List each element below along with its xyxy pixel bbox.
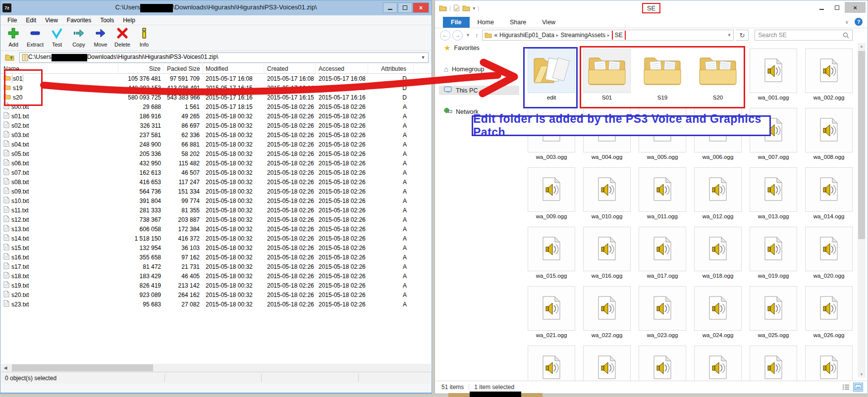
grid-item-audio-file[interactable]: wa_021.ogg <box>526 286 577 338</box>
grid-item-audio-file[interactable]: wa_010.ogg <box>581 167 633 219</box>
grid-item-audio-file[interactable] <box>692 346 744 382</box>
sidebar-item-homegroup[interactable]: ⌂Homegroup <box>439 64 519 74</box>
toolbar-add-button[interactable]: Add <box>2 27 24 48</box>
menu-item-file[interactable]: File <box>3 16 21 25</box>
grid-item-audio-file[interactable]: wa_008.ogg <box>803 108 855 160</box>
grid-item-audio-file[interactable]: wa_013.ogg <box>748 167 799 219</box>
grid-item-audio-file[interactable]: wa_012.ogg <box>692 167 744 219</box>
tab-share[interactable]: Share <box>502 17 534 28</box>
sidebar-item-network[interactable]: Network <box>439 107 519 116</box>
column-header-modified[interactable]: Modified <box>203 64 264 73</box>
scrollbar-thumb[interactable] <box>858 51 865 239</box>
grid-item-audio-file[interactable]: wa_002.ogg <box>803 49 855 100</box>
grid-item-audio-file[interactable]: wa_017.ogg <box>637 227 688 279</box>
menu-item-tools[interactable]: Tools <box>96 16 118 25</box>
menu-item-edit[interactable]: Edit <box>22 16 40 25</box>
minimize-button[interactable] <box>383 2 397 13</box>
toolbar-info-button[interactable]: Info <box>133 27 155 48</box>
table-row[interactable]: s11.txt281 33381 3552015-05-18 00:322015… <box>0 205 432 215</box>
table-row[interactable]: s13.txt606 058172 3842015-05-18 00:32201… <box>0 224 432 234</box>
table-row[interactable]: s15.txt132 95436 1032015-05-18 00:322015… <box>0 243 432 252</box>
grid-item-folder[interactable]: edit <box>526 49 577 100</box>
grid-item-audio-file[interactable]: wa_023.ogg <box>637 286 688 338</box>
table-row[interactable]: s12.txt738 367203 8872015-05-18 00:32201… <box>0 215 432 224</box>
grid-item-audio-file[interactable]: wa_026.ogg <box>803 286 855 338</box>
table-row[interactable]: s07.txt162 61346 5072015-05-18 00:322015… <box>0 168 432 177</box>
breadcrumb-segment[interactable]: StreamingAssets <box>560 32 605 39</box>
toolbar-copy-button[interactable]: Copy <box>68 27 90 48</box>
sidebar-item-this-pc[interactable]: This PC <box>439 86 519 95</box>
table-row[interactable]: s05.txt205 33658 2022015-05-18 00:322015… <box>0 149 432 158</box>
grid-item-audio-file[interactable]: wa_016.ogg <box>581 227 633 279</box>
table-row[interactable]: s02.txt326 31186 6972015-05-18 00:322015… <box>0 121 432 130</box>
back-button[interactable]: ← <box>440 30 450 41</box>
grid-item-audio-file[interactable]: wa_006.ogg <box>692 108 744 160</box>
table-row[interactable]: s14.txt1 518 150416 3722015-05-18 00:322… <box>0 234 432 243</box>
grid-item-audio-file[interactable]: wa_011.ogg <box>637 167 688 219</box>
table-row[interactable]: s18.txt183 42946 4052015-05-18 00:322015… <box>0 271 432 281</box>
grid-item-audio-file[interactable]: wa_004.ogg <box>581 108 633 160</box>
details-view-button[interactable] <box>841 383 851 392</box>
grid-item-audio-file[interactable] <box>526 346 577 382</box>
grid-item-audio-file[interactable]: wa_022.ogg <box>581 286 633 338</box>
up-button[interactable]: ↑ <box>473 32 481 39</box>
maximize-button[interactable] <box>398 2 412 13</box>
grid-item-folder[interactable]: S01 <box>581 49 633 100</box>
explorer-titlebar[interactable]: | ▾ | SE × <box>435 0 868 15</box>
grid-item-audio-file[interactable] <box>748 346 799 382</box>
scrollbar-thumb[interactable] <box>12 364 153 371</box>
grid-item-folder[interactable]: S19 <box>637 49 688 100</box>
address-dropdown-icon[interactable]: ▼ <box>726 33 733 38</box>
table-row[interactable]: s09.txt564 736151 3342015-05-18 00:32201… <box>0 187 432 196</box>
address-combobox[interactable]: C:\UsersDownloads\Higurashi\HigurashiPS3… <box>19 52 429 63</box>
grid-item-audio-file[interactable] <box>803 346 855 382</box>
grid-item-audio-file[interactable]: wa_005.ogg <box>637 108 688 160</box>
menu-item-help[interactable]: Help <box>119 16 139 25</box>
column-header-packed-size[interactable]: Packed Size <box>164 64 203 73</box>
history-dropdown-icon[interactable]: ▼ <box>465 33 471 38</box>
grid-item-folder[interactable]: S20 <box>692 49 744 100</box>
grid-item-audio-file[interactable]: wa_020.ogg <box>803 227 855 279</box>
grid-item-audio-file[interactable]: wa_009.ogg <box>526 167 577 219</box>
up-folder-button[interactable] <box>3 52 16 62</box>
table-row[interactable]: s06.txt432 950115 4822015-05-18 00:32201… <box>0 158 432 168</box>
ribbon-collapse-icon[interactable]: ∨ <box>845 19 849 25</box>
menu-item-favorites[interactable]: Favorites <box>63 16 95 25</box>
grid-item-audio-file[interactable] <box>581 346 633 382</box>
table-row[interactable]: s23.txt95 68327 0822015-05-18 00:322015-… <box>0 299 432 309</box>
close-button[interactable]: × <box>413 2 429 13</box>
table-row[interactable]: s01105 376 48197 591 7092015-05-17 16:08… <box>0 74 432 83</box>
table-row[interactable]: s00.txt29 6881 5612015-05-17 18:152015-0… <box>0 102 432 111</box>
grid-item-audio-file[interactable]: wa_018.ogg <box>692 227 744 279</box>
toolbar-delete-button[interactable]: Delete <box>111 27 133 48</box>
scroll-down-icon[interactable]: ▼ <box>860 372 864 377</box>
address-bar[interactable]: «HigurashiEp01_Data▸StreamingAssets▸SE ▼ <box>482 30 734 41</box>
table-row[interactable]: s10.txt391 80499 7742015-05-18 00:322015… <box>0 196 432 205</box>
table-row[interactable]: s03.txt237 58162 3362015-05-18 00:322015… <box>0 130 432 140</box>
thumbnail-view-button[interactable] <box>853 383 863 392</box>
table-row[interactable]: s19448 292 153413 036 4912015-05-17 16:1… <box>0 83 432 93</box>
grid-item-audio-file[interactable]: wa_015.ogg <box>526 227 577 279</box>
column-header-accessed[interactable]: Accessed <box>316 64 368 73</box>
scroll-up-icon[interactable]: ▲ <box>860 44 864 49</box>
column-header-size[interactable]: Size <box>118 64 164 73</box>
grid-item-audio-file[interactable]: wa_001.ogg <box>748 49 799 100</box>
maximize-button[interactable] <box>829 2 844 13</box>
tab-file[interactable]: File <box>443 17 470 28</box>
horizontal-scrollbar[interactable]: ◀ <box>1 364 431 372</box>
search-input[interactable]: Search SE <box>755 30 853 41</box>
scroll-left-icon[interactable]: ◀ <box>1 365 10 370</box>
vertical-scrollbar[interactable]: ▲ ▼ <box>858 43 866 378</box>
table-row[interactable]: s01.txt186 91649 2652015-05-18 00:322015… <box>0 111 432 121</box>
grid-item-audio-file[interactable]: wa_024.ogg <box>692 286 744 338</box>
table-row[interactable]: s17.txt81 47221 7312015-05-18 00:322015-… <box>0 262 432 271</box>
close-button[interactable]: × <box>845 2 866 13</box>
grid-item-audio-file[interactable] <box>637 346 688 382</box>
toolbar-extract-button[interactable]: Extract <box>24 27 46 48</box>
7zip-titlebar[interactable]: 7z C:\Users\Downloads\Higurashi\Higurash… <box>0 0 432 15</box>
toolbar-test-button[interactable]: Test <box>46 27 68 48</box>
refresh-icon[interactable]: ↻ <box>736 30 749 41</box>
tab-view[interactable]: View <box>534 17 563 28</box>
minimize-button[interactable] <box>814 2 829 13</box>
sidebar-item-favorites[interactable]: ★Favorites <box>439 43 519 52</box>
